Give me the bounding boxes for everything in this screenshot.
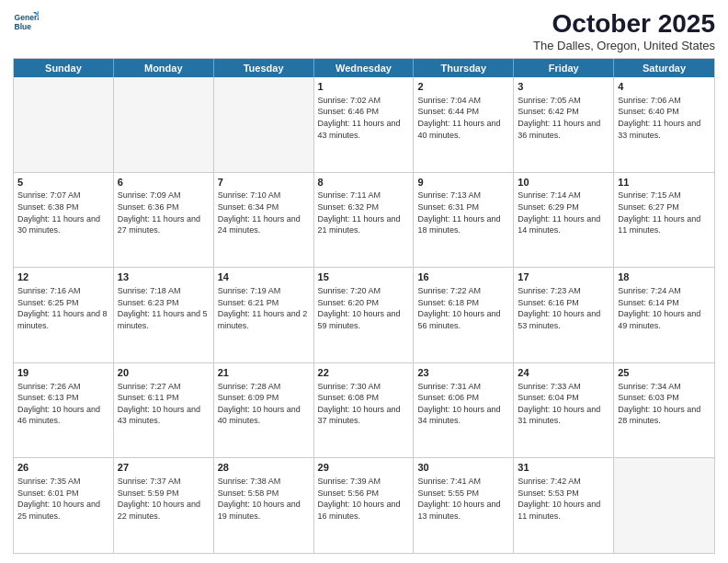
cal-week-4: 19Sunrise: 7:26 AM Sunset: 6:13 PM Dayli… xyxy=(14,362,714,458)
day-number: 30 xyxy=(417,461,509,475)
cal-day-2: 2Sunrise: 7:04 AM Sunset: 6:44 PM Daylig… xyxy=(414,77,514,172)
day-number: 29 xyxy=(318,461,410,475)
cal-day-1: 1Sunrise: 7:02 AM Sunset: 6:46 PM Daylig… xyxy=(314,77,415,172)
cal-day-21: 21Sunrise: 7:28 AM Sunset: 6:09 PM Dayli… xyxy=(214,363,314,458)
day-info: Sunrise: 7:22 AM Sunset: 6:18 PM Dayligh… xyxy=(417,285,509,331)
logo: General Blue xyxy=(13,9,42,35)
day-number: 31 xyxy=(518,461,609,475)
day-number: 8 xyxy=(318,176,410,190)
header-day-thursday: Thursday xyxy=(414,59,514,77)
cal-day-4: 4Sunrise: 7:06 AM Sunset: 6:40 PM Daylig… xyxy=(614,77,714,172)
cal-day-29: 29Sunrise: 7:39 AM Sunset: 5:56 PM Dayli… xyxy=(314,458,415,553)
day-info: Sunrise: 7:35 AM Sunset: 6:01 PM Dayligh… xyxy=(17,476,109,522)
day-number: 15 xyxy=(318,270,410,284)
day-number: 9 xyxy=(417,176,509,190)
day-number: 11 xyxy=(618,176,711,190)
day-info: Sunrise: 7:20 AM Sunset: 6:20 PM Dayligh… xyxy=(318,285,410,331)
day-info: Sunrise: 7:09 AM Sunset: 6:36 PM Dayligh… xyxy=(118,190,210,236)
cal-day-empty xyxy=(214,77,314,172)
cal-day-25: 25Sunrise: 7:34 AM Sunset: 6:03 PM Dayli… xyxy=(614,363,714,458)
page: General Blue October 2025 The Dalles, Or… xyxy=(0,0,728,563)
day-info: Sunrise: 7:18 AM Sunset: 6:23 PM Dayligh… xyxy=(118,285,210,331)
cal-day-26: 26Sunrise: 7:35 AM Sunset: 6:01 PM Dayli… xyxy=(14,458,114,553)
day-info: Sunrise: 7:19 AM Sunset: 6:21 PM Dayligh… xyxy=(218,285,310,331)
cal-day-27: 27Sunrise: 7:37 AM Sunset: 5:59 PM Dayli… xyxy=(114,458,214,553)
day-info: Sunrise: 7:39 AM Sunset: 5:56 PM Dayligh… xyxy=(318,476,410,522)
cal-day-7: 7Sunrise: 7:10 AM Sunset: 6:34 PM Daylig… xyxy=(214,173,314,268)
cal-day-28: 28Sunrise: 7:38 AM Sunset: 5:58 PM Dayli… xyxy=(214,458,314,553)
calendar: SundayMondayTuesdayWednesdayThursdayFrid… xyxy=(13,58,715,554)
day-info: Sunrise: 7:05 AM Sunset: 6:42 PM Dayligh… xyxy=(518,95,609,141)
day-number: 19 xyxy=(17,366,109,380)
day-info: Sunrise: 7:27 AM Sunset: 6:11 PM Dayligh… xyxy=(118,381,210,427)
day-number: 23 xyxy=(417,366,509,380)
cal-week-5: 26Sunrise: 7:35 AM Sunset: 6:01 PM Dayli… xyxy=(14,457,714,553)
cal-day-19: 19Sunrise: 7:26 AM Sunset: 6:13 PM Dayli… xyxy=(14,363,114,458)
day-number: 10 xyxy=(518,176,609,190)
cal-day-30: 30Sunrise: 7:41 AM Sunset: 5:55 PM Dayli… xyxy=(414,458,514,553)
day-number: 20 xyxy=(118,366,210,380)
cal-week-1: 1Sunrise: 7:02 AM Sunset: 6:46 PM Daylig… xyxy=(14,77,714,172)
cal-day-23: 23Sunrise: 7:31 AM Sunset: 6:06 PM Dayli… xyxy=(414,363,514,458)
cal-day-18: 18Sunrise: 7:24 AM Sunset: 6:14 PM Dayli… xyxy=(614,268,714,362)
cal-day-16: 16Sunrise: 7:22 AM Sunset: 6:18 PM Dayli… xyxy=(414,268,514,362)
cal-day-11: 11Sunrise: 7:15 AM Sunset: 6:27 PM Dayli… xyxy=(614,173,714,268)
day-info: Sunrise: 7:38 AM Sunset: 5:58 PM Dayligh… xyxy=(218,476,310,522)
header-day-saturday: Saturday xyxy=(614,59,714,77)
day-info: Sunrise: 7:10 AM Sunset: 6:34 PM Dayligh… xyxy=(218,190,310,236)
header-day-monday: Monday xyxy=(114,59,214,77)
day-number: 16 xyxy=(417,270,509,284)
cal-day-6: 6Sunrise: 7:09 AM Sunset: 6:36 PM Daylig… xyxy=(114,173,214,268)
svg-text:Blue: Blue xyxy=(15,22,32,31)
cal-day-10: 10Sunrise: 7:14 AM Sunset: 6:29 PM Dayli… xyxy=(514,173,614,268)
header: General Blue October 2025 The Dalles, Or… xyxy=(13,9,715,52)
day-number: 14 xyxy=(218,270,310,284)
day-number: 17 xyxy=(518,270,609,284)
cal-day-empty xyxy=(614,458,714,553)
day-info: Sunrise: 7:16 AM Sunset: 6:25 PM Dayligh… xyxy=(17,285,109,331)
day-number: 22 xyxy=(318,366,410,380)
cal-day-31: 31Sunrise: 7:42 AM Sunset: 5:53 PM Dayli… xyxy=(514,458,614,553)
day-number: 2 xyxy=(417,80,509,94)
day-number: 26 xyxy=(17,461,109,475)
day-info: Sunrise: 7:31 AM Sunset: 6:06 PM Dayligh… xyxy=(417,381,509,427)
cal-day-9: 9Sunrise: 7:13 AM Sunset: 6:31 PM Daylig… xyxy=(414,173,514,268)
day-info: Sunrise: 7:15 AM Sunset: 6:27 PM Dayligh… xyxy=(618,190,711,236)
day-number: 25 xyxy=(618,366,711,380)
cal-day-20: 20Sunrise: 7:27 AM Sunset: 6:11 PM Dayli… xyxy=(114,363,214,458)
cal-day-12: 12Sunrise: 7:16 AM Sunset: 6:25 PM Dayli… xyxy=(14,268,114,362)
logo-icon: General Blue xyxy=(13,9,39,35)
day-info: Sunrise: 7:24 AM Sunset: 6:14 PM Dayligh… xyxy=(618,285,711,331)
day-info: Sunrise: 7:26 AM Sunset: 6:13 PM Dayligh… xyxy=(17,381,109,427)
main-title: October 2025 xyxy=(533,9,715,39)
day-info: Sunrise: 7:34 AM Sunset: 6:03 PM Dayligh… xyxy=(618,381,711,427)
day-number: 18 xyxy=(618,270,711,284)
cal-day-3: 3Sunrise: 7:05 AM Sunset: 6:42 PM Daylig… xyxy=(514,77,614,172)
subtitle: The Dalles, Oregon, United States xyxy=(533,39,715,52)
day-info: Sunrise: 7:37 AM Sunset: 5:59 PM Dayligh… xyxy=(118,476,210,522)
calendar-header: SundayMondayTuesdayWednesdayThursdayFrid… xyxy=(14,59,714,77)
day-info: Sunrise: 7:07 AM Sunset: 6:38 PM Dayligh… xyxy=(17,190,109,236)
day-number: 1 xyxy=(318,80,410,94)
day-info: Sunrise: 7:33 AM Sunset: 6:04 PM Dayligh… xyxy=(518,381,609,427)
cal-day-15: 15Sunrise: 7:20 AM Sunset: 6:20 PM Dayli… xyxy=(314,268,415,362)
day-info: Sunrise: 7:13 AM Sunset: 6:31 PM Dayligh… xyxy=(417,190,509,236)
day-number: 5 xyxy=(17,176,109,190)
day-number: 24 xyxy=(518,366,609,380)
header-day-friday: Friday xyxy=(514,59,614,77)
cal-day-17: 17Sunrise: 7:23 AM Sunset: 6:16 PM Dayli… xyxy=(514,268,614,362)
day-number: 12 xyxy=(17,270,109,284)
day-number: 4 xyxy=(618,80,711,94)
cal-day-22: 22Sunrise: 7:30 AM Sunset: 6:08 PM Dayli… xyxy=(314,363,415,458)
day-number: 21 xyxy=(218,366,310,380)
cal-day-24: 24Sunrise: 7:33 AM Sunset: 6:04 PM Dayli… xyxy=(514,363,614,458)
day-info: Sunrise: 7:02 AM Sunset: 6:46 PM Dayligh… xyxy=(318,95,410,141)
cal-day-13: 13Sunrise: 7:18 AM Sunset: 6:23 PM Dayli… xyxy=(114,268,214,362)
day-info: Sunrise: 7:41 AM Sunset: 5:55 PM Dayligh… xyxy=(417,476,509,522)
day-number: 6 xyxy=(118,176,210,190)
cal-day-14: 14Sunrise: 7:19 AM Sunset: 6:21 PM Dayli… xyxy=(214,268,314,362)
day-info: Sunrise: 7:11 AM Sunset: 6:32 PM Dayligh… xyxy=(318,190,410,236)
day-info: Sunrise: 7:42 AM Sunset: 5:53 PM Dayligh… xyxy=(518,476,609,522)
day-info: Sunrise: 7:23 AM Sunset: 6:16 PM Dayligh… xyxy=(518,285,609,331)
day-info: Sunrise: 7:14 AM Sunset: 6:29 PM Dayligh… xyxy=(518,190,609,236)
